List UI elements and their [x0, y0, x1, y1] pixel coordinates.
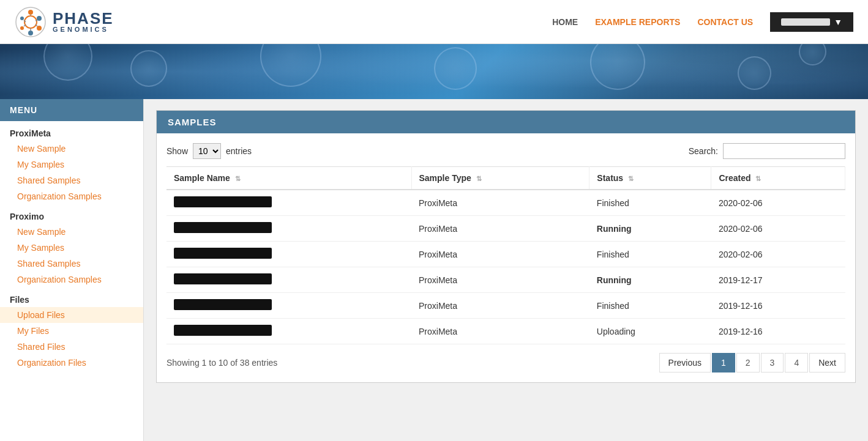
- cell-status: Running: [589, 216, 711, 242]
- hero-deco-6: [738, 56, 771, 90]
- cell-created: 2020-02-06: [711, 242, 845, 267]
- table-row[interactable]: ProxiMetaRunning2019-12-17: [166, 267, 845, 293]
- sidebar-item-my-files[interactable]: My Files: [0, 323, 143, 339]
- cell-sample-type: ProxiMeta: [411, 190, 589, 216]
- col-sample-name[interactable]: Sample Name ⇅: [166, 167, 411, 190]
- svg-point-5: [28, 31, 33, 35]
- redacted-name-bar: [174, 273, 272, 284]
- redacted-name-bar: [174, 222, 272, 233]
- redacted-name-bar: [174, 196, 272, 207]
- cell-sample-name: [166, 190, 411, 216]
- sidebar-item-shared-files[interactable]: Shared Files: [0, 339, 143, 355]
- samples-table: Sample Name ⇅ Sample Type ⇅ Status ⇅ Cre…: [166, 166, 845, 344]
- navbar: PHASE GENOMICS HOME EXAMPLE REPORTS CONT…: [0, 0, 868, 44]
- hero-deco-4: [434, 47, 477, 90]
- redacted-name-bar: [174, 299, 272, 310]
- cell-sample-type: ProxiMeta: [411, 267, 589, 293]
- sort-icon-type: ⇅: [476, 175, 482, 182]
- pagination: Previous 1 2 3 4 Next: [659, 353, 845, 372]
- cell-sample-name: [166, 216, 411, 242]
- svg-line-9: [36, 20, 37, 21]
- col-sample-type[interactable]: Sample Type ⇅: [411, 167, 589, 190]
- sidebar: MENU ProxiMeta New Sample My Samples Sha…: [0, 99, 144, 441]
- sidebar-item-proximeta-shared-samples[interactable]: Shared Samples: [0, 172, 143, 188]
- cell-sample-name: [166, 267, 411, 293]
- sidebar-item-proximo-my-samples[interactable]: My Samples: [0, 240, 143, 256]
- cell-sample-name: [166, 319, 411, 344]
- cell-status: Uploading: [589, 319, 711, 344]
- page-1-button[interactable]: 1: [712, 353, 735, 372]
- logo-phase: PHASE: [53, 10, 114, 26]
- cell-created: 2020-02-06: [711, 190, 845, 216]
- logo-icon: [15, 6, 47, 38]
- samples-panel-header: SAMPLES: [157, 111, 855, 133]
- table-row[interactable]: ProxiMetaFinished2020-02-06: [166, 190, 845, 216]
- cell-created: 2019-12-16: [711, 319, 845, 344]
- show-entries-area: Show 10 25 50 entries: [166, 143, 252, 159]
- cell-sample-name: [166, 242, 411, 267]
- sidebar-section-proximo: Proximo: [0, 204, 143, 224]
- svg-point-6: [20, 26, 24, 30]
- nav-home[interactable]: HOME: [552, 17, 578, 27]
- cell-sample-type: ProxiMeta: [411, 242, 589, 267]
- nav-example-reports[interactable]: EXAMPLE REPORTS: [595, 17, 680, 27]
- hero-deco-2: [130, 50, 167, 87]
- cell-status: Finished: [589, 293, 711, 319]
- nav-user-dropdown[interactable]: ▼: [770, 12, 853, 32]
- table-row[interactable]: ProxiMetaUploading2019-12-16: [166, 319, 845, 344]
- prev-button[interactable]: Previous: [659, 353, 711, 372]
- col-status[interactable]: Status ⇅: [589, 167, 711, 190]
- sidebar-item-proximeta-new-sample[interactable]: New Sample: [0, 141, 143, 157]
- cell-status: Finished: [589, 242, 711, 267]
- show-entries-select[interactable]: 10 25 50: [193, 143, 221, 159]
- sidebar-section-proximeta: ProxiMeta: [0, 121, 143, 141]
- cell-sample-name: [166, 293, 411, 319]
- table-footer: Showing 1 to 10 of 38 entries Previous 1…: [166, 353, 845, 372]
- sidebar-menu-header: MENU: [0, 99, 143, 121]
- table-wrapper: Sample Name ⇅ Sample Type ⇅ Status ⇅ Cre…: [166, 166, 845, 344]
- sidebar-item-upload-files[interactable]: Upload Files: [0, 307, 143, 323]
- cell-sample-type: ProxiMeta: [411, 216, 589, 242]
- cell-sample-type: ProxiMeta: [411, 293, 589, 319]
- sidebar-item-proximo-new-sample[interactable]: New Sample: [0, 224, 143, 240]
- hero-banner: [0, 44, 868, 99]
- sidebar-item-proximeta-my-samples[interactable]: My Samples: [0, 157, 143, 172]
- redacted-name-bar: [174, 325, 272, 336]
- cell-created: 2020-02-06: [711, 216, 845, 242]
- cell-status: Running: [589, 267, 711, 293]
- table-row[interactable]: ProxiMetaRunning2020-02-06: [166, 216, 845, 242]
- cell-created: 2019-12-16: [711, 293, 845, 319]
- search-input[interactable]: [723, 143, 845, 159]
- redacted-name-bar: [174, 248, 272, 259]
- page-4-button[interactable]: 4: [785, 353, 808, 372]
- sidebar-item-proximo-shared-samples[interactable]: Shared Samples: [0, 256, 143, 272]
- col-created[interactable]: Created ⇅: [711, 167, 845, 190]
- samples-panel: SAMPLES Show 10 25 50 entries Search:: [156, 110, 856, 383]
- svg-point-4: [37, 26, 42, 31]
- search-area: Search:: [689, 143, 845, 159]
- svg-point-2: [28, 10, 33, 15]
- cell-sample-type: ProxiMeta: [411, 319, 589, 344]
- table-row[interactable]: ProxiMetaFinished2019-12-16: [166, 293, 845, 319]
- samples-panel-body: Show 10 25 50 entries Search:: [157, 133, 855, 382]
- search-label: Search:: [689, 146, 718, 156]
- nav-links: HOME EXAMPLE REPORTS CONTACT US ▼: [552, 12, 853, 32]
- page-2-button[interactable]: 2: [736, 353, 760, 372]
- next-button[interactable]: Next: [809, 353, 845, 372]
- sort-icon-status: ⇅: [628, 175, 634, 182]
- table-controls: Show 10 25 50 entries Search:: [166, 143, 845, 159]
- sort-icon-created: ⇅: [755, 175, 761, 182]
- sidebar-item-proximeta-org-samples[interactable]: Organization Samples: [0, 188, 143, 204]
- table-row[interactable]: ProxiMetaFinished2020-02-06: [166, 242, 845, 267]
- logo-text: PHASE GENOMICS: [53, 10, 114, 33]
- svg-point-3: [37, 16, 42, 21]
- show-label: Show: [166, 146, 188, 156]
- sidebar-item-proximo-org-samples[interactable]: Organization Samples: [0, 272, 143, 287]
- sidebar-section-files: Files: [0, 287, 143, 307]
- nav-contact-us[interactable]: CONTACT US: [697, 17, 753, 27]
- sidebar-item-org-files[interactable]: Organization Files: [0, 355, 143, 371]
- page-3-button[interactable]: 3: [761, 353, 784, 372]
- logo-genomics: GENOMICS: [53, 26, 114, 33]
- showing-text: Showing 1 to 10 of 38 entries: [166, 358, 277, 368]
- logo-area: PHASE GENOMICS: [15, 6, 114, 38]
